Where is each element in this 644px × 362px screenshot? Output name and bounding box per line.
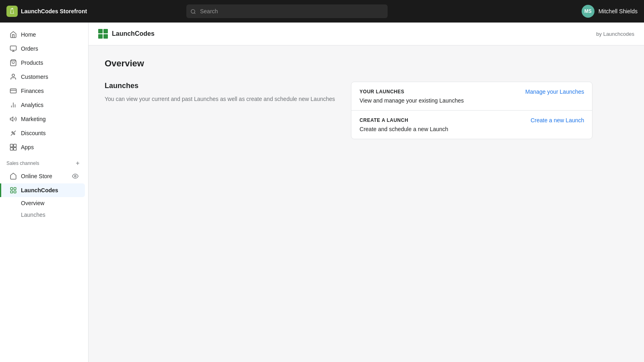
user-name: Mitchell Shields [599,8,638,14]
svg-rect-21 [10,188,12,190]
sidebar-item-launchcodes-label: LaunchCodes [21,187,58,193]
home-icon [10,31,17,38]
online-store-label: Online Store [21,173,52,179]
sidebar: Home Orders Products Customers Finances [0,23,89,362]
create-new-launch-link[interactable]: Create a new Launch [530,117,584,123]
launches-section-title: Launches [105,82,335,90]
sub-header-title: LaunchCodes [112,30,155,37]
svg-rect-16 [10,144,13,147]
sidebar-item-home-label: Home [21,31,36,38]
launches-card: YOUR LAUNCHES Manage your Launches View … [351,82,592,139]
svg-point-13 [12,132,13,133]
sidebar-item-finances[interactable]: Finances [3,84,85,98]
app-grid-icon [98,29,108,39]
sub-header-left: LaunchCodes [98,29,155,39]
sidebar-item-home[interactable]: Home [3,28,85,41]
sidebar-subitem-overview-label: Overview [21,200,44,206]
apps-icon [10,144,17,151]
create-launch-section: CREATE A LAUNCH Create a new Launch Crea… [351,111,592,139]
svg-rect-22 [14,188,16,190]
sidebar-item-apps[interactable]: Apps [3,140,85,154]
svg-point-20 [74,175,76,177]
launchcodes-grid-icon [10,187,17,194]
products-icon [10,59,17,66]
sidebar-item-marketing-label: Marketing [21,116,45,122]
eye-icon[interactable] [72,173,78,179]
sidebar-item-online-store[interactable]: Online Store [3,169,85,183]
layout: Home Orders Products Customers Finances [0,23,644,362]
svg-line-15 [11,131,16,136]
sub-header-by: by Launchcodes [596,31,634,37]
your-launches-text: View and manage your existing Launches [359,97,584,104]
your-launches-label: YOUR LAUNCHES [359,89,404,95]
sidebar-subitem-launches[interactable]: Launches [3,209,85,220]
create-launch-text: Create and schedule a new Launch [359,126,584,132]
svg-rect-7 [10,89,17,93]
store-logo[interactable]: LaunchCodes Storefront [6,6,87,17]
page-title: Overview [105,58,628,69]
shopify-bag-icon [6,6,18,17]
svg-rect-2 [10,46,17,51]
topbar-right: MS Mitchell Shields [582,5,638,18]
analytics-icon [10,101,17,109]
search-input[interactable] [186,4,388,18]
add-sales-channel-button[interactable]: + [74,159,82,167]
sidebar-item-discounts[interactable]: Discounts [3,126,85,140]
search-bar[interactable] [186,4,388,18]
sidebar-item-orders[interactable]: Orders [3,42,85,56]
svg-rect-24 [14,191,16,193]
svg-point-14 [14,134,15,135]
your-launches-header: YOUR LAUNCHES Manage your Launches [359,88,584,95]
sidebar-item-marketing[interactable]: Marketing [3,112,85,126]
orders-icon [10,45,17,52]
sidebar-item-apps-label: Apps [21,144,34,150]
overview-left: Launches You can view your current and p… [105,82,335,103]
sidebar-item-customers[interactable]: Customers [3,70,85,84]
sidebar-item-analytics[interactable]: Analytics [3,98,85,112]
overview-right: YOUR LAUNCHES Manage your Launches View … [351,82,592,139]
sales-channels-section: Sales channels + [0,154,88,169]
overview-row: Launches You can view your current and p… [105,82,628,139]
sidebar-item-analytics-label: Analytics [21,102,43,108]
your-launches-section: YOUR LAUNCHES Manage your Launches View … [351,82,592,111]
finances-icon [10,87,17,95]
discounts-icon [10,130,17,137]
sidebar-item-launchcodes[interactable]: LaunchCodes [0,183,85,197]
sidebar-subitem-launches-label: Launches [21,212,45,218]
sales-channels-label: Sales channels [6,160,39,166]
avatar[interactable]: MS [582,5,594,18]
topbar: LaunchCodes Storefront MS Mitchell Shiel… [0,0,644,23]
svg-rect-23 [10,191,12,193]
sub-header: LaunchCodes by Launchcodes [89,23,644,45]
svg-rect-18 [10,148,13,150]
svg-rect-17 [14,144,17,147]
customers-icon [10,73,17,80]
svg-rect-19 [14,148,17,150]
create-launch-label: CREATE A LAUNCH [359,117,408,123]
marketing-icon [10,115,17,123]
sidebar-item-finances-label: Finances [21,88,44,94]
sidebar-item-products[interactable]: Products [3,56,85,70]
manage-launches-link[interactable]: Manage your Launches [525,88,584,95]
svg-marker-12 [10,117,13,121]
sidebar-item-customers-label: Customers [21,74,48,80]
launches-section-description: You can view your current and past Launc… [105,95,335,103]
sidebar-item-discounts-label: Discounts [21,130,45,136]
store-name: LaunchCodes Storefront [21,8,87,14]
main-content: LaunchCodes by Launchcodes Overview Laun… [89,23,644,362]
create-launch-header: CREATE A LAUNCH Create a new Launch [359,117,584,123]
online-store-icon [10,173,17,180]
sidebar-item-orders-label: Orders [21,45,38,52]
page-content: Overview Launches You can view your curr… [89,45,644,152]
sidebar-item-products-label: Products [21,60,43,66]
svg-point-6 [12,74,14,77]
sidebar-subitem-overview[interactable]: Overview [3,197,85,209]
